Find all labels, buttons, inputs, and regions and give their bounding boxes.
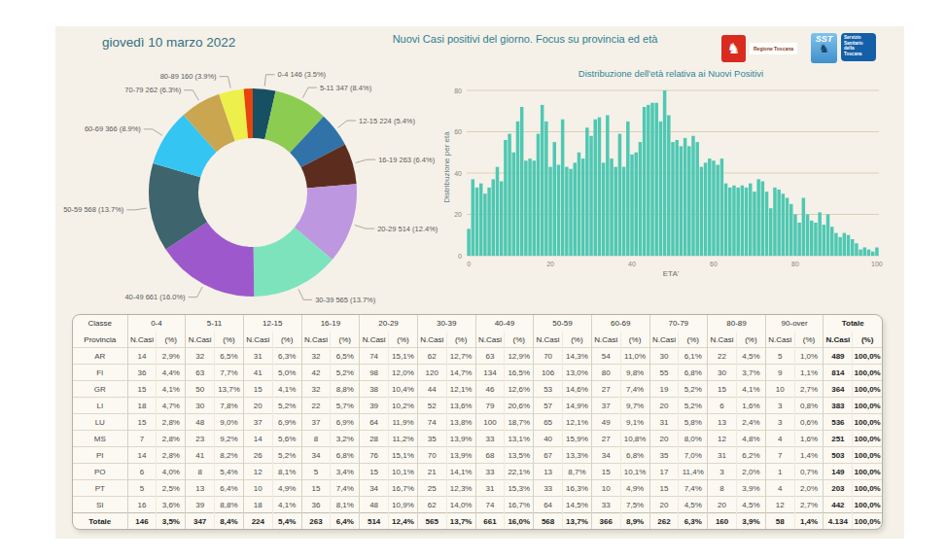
histogram-bar-age-13[interactable] [520,107,524,256]
histogram-bar-age-51[interactable] [675,140,679,256]
column-group-50-59[interactable]: 50-59 [534,315,592,332]
histogram-bar-age-98[interactable] [867,250,871,256]
histogram-bar-age-83[interactable] [806,215,810,257]
histogram-bar-age-58[interactable] [704,162,708,256]
column-group-40-49[interactable]: 40-49 [475,315,534,332]
histogram-bar-age-100[interactable] [875,248,879,257]
column-group-5-11[interactable]: 5-11 [186,315,244,332]
histogram-bar-age-34[interactable] [606,116,610,257]
histogram-bar-age-5[interactable] [487,188,491,256]
histogram-bar-age-52[interactable] [680,146,684,256]
table-row-SI[interactable]: SI163,6%398,8%184,1%368,1%4810,9%6214,0%… [73,497,882,513]
table-row-Totale[interactable]: Totale1463,5%3478,4%2245,4%2636,4%51412,… [73,513,882,530]
table-row-PO[interactable]: PO64,0%85,4%128,1%53,4%1510,1%2114,1%332… [73,464,882,480]
table-row-PI[interactable]: PI142,8%418,2%265,2%346,8%7615,1%7013,9%… [73,447,882,464]
histogram-bar-age-95[interactable] [855,243,859,256]
column-group-90-over[interactable]: 90-over [765,315,824,332]
column-group-0-4[interactable]: 0-4 [127,315,186,332]
histogram-bar-age-89[interactable] [830,227,834,256]
histogram-bar-age-80[interactable] [793,215,797,257]
histogram-bar-age-74[interactable] [769,208,773,256]
histogram-bar-age-81[interactable] [797,223,801,256]
histogram-bar-age-82[interactable] [802,198,806,257]
histogram-bar-age-0[interactable] [467,228,471,256]
histogram-bar-age-71[interactable] [756,179,760,256]
histogram-bar-age-87[interactable] [823,225,826,256]
histogram-bar-age-28[interactable] [581,158,585,256]
table-row-MS[interactable]: MS72,8%239,2%145,6%83,2%2811,2%3513,9%33… [73,431,882,447]
histogram-bar-age-68[interactable] [745,188,749,256]
histogram-bar-age-6[interactable] [492,179,496,256]
histogram-bar-age-17[interactable] [537,134,541,256]
histogram-bar-age-75[interactable] [773,188,777,256]
histogram-bar-age-53[interactable] [684,138,687,256]
histogram-bar-age-90[interactable] [834,233,838,256]
histogram-bar-age-18[interactable] [541,105,544,256]
histogram-bar-age-46[interactable] [654,103,658,256]
histogram-bar-age-57[interactable] [700,167,704,256]
table-row-PT[interactable]: PT52,5%136,4%104,9%157,4%3416,7%2512,3%3… [73,480,882,497]
histogram-bar-age-26[interactable] [574,162,578,256]
table-row-GR[interactable]: GR154,1%5013,7%154,1%328,8%3810,4%4412,1… [73,381,882,398]
histogram-bar-age-54[interactable] [687,146,691,256]
histogram-bar-age-22[interactable] [557,165,561,257]
histogram-bar-age-56[interactable] [695,142,699,256]
histogram-bar-age-99[interactable] [871,252,875,256]
histogram-bar-age-42[interactable] [639,142,643,256]
histogram-bar-age-55[interactable] [691,136,695,256]
histogram-bar-age-30[interactable] [589,136,593,256]
histogram-bar-age-31[interactable] [593,120,597,256]
histogram-bar-age-91[interactable] [838,237,842,256]
histogram-bar-age-67[interactable] [741,186,745,256]
histogram-bar-age-32[interactable] [598,118,602,256]
histogram-bar-age-69[interactable] [749,184,753,256]
histogram-bar-age-79[interactable] [789,204,793,256]
histogram-bar-age-93[interactable] [847,235,851,256]
histogram-bar-age-33[interactable] [602,162,606,256]
histogram-bar-age-38[interactable] [622,167,626,256]
column-group-60-69[interactable]: 60-69 [591,315,649,332]
histogram-bar-age-11[interactable] [512,153,516,256]
column-group-70-79[interactable]: 70-79 [649,315,708,332]
histogram-bar-age-85[interactable] [814,223,818,256]
histogram-bar-age-62[interactable] [720,158,724,256]
histogram-bar-age-41[interactable] [634,153,638,256]
histogram-bar-age-70[interactable] [753,192,756,256]
donut-chart-age-distribution[interactable]: 0-4 146 (3.5%)5-11 347 (8.4%)12-15 224 (… [44,52,472,333]
histogram-bar-age-73[interactable] [765,192,769,256]
column-group-16-19[interactable]: 16-19 [301,315,360,332]
histogram-bar-age-37[interactable] [618,134,622,256]
histogram-bar-age-63[interactable] [724,184,728,256]
histogram-bar-age-44[interactable] [647,105,650,256]
histogram-bar-age-96[interactable] [859,250,862,256]
histogram-bar-age-29[interactable] [585,127,589,256]
histogram-bar-age-19[interactable] [544,122,548,256]
column-group-80-89[interactable]: 80-89 [708,315,766,332]
age-histogram-chart[interactable]: 020406080020406080100 [439,58,896,284]
histogram-bar-age-66[interactable] [736,188,740,256]
column-group-30-39[interactable]: 30-39 [417,315,475,332]
histogram-bar-age-35[interactable] [610,158,614,256]
histogram-bar-age-39[interactable] [626,122,630,256]
histogram-bar-age-88[interactable] [826,215,830,257]
histogram-bar-age-50[interactable] [671,142,675,256]
histogram-bar-age-47[interactable] [659,122,663,256]
column-group-Totale[interactable]: Totale [824,315,882,332]
histogram-bar-age-61[interactable] [716,165,719,257]
table-row-AR[interactable]: AR142,9%326,5%316,3%326,5%7415,1%6212,7%… [73,348,882,365]
table-row-LI[interactable]: LI184,7%307,8%205,2%225,7%3910,2%5213,6%… [73,398,882,414]
table-row-FI[interactable]: FI364,4%637,7%415,0%425,2%9812,0%12014,7… [73,365,882,381]
histogram-bar-age-2[interactable] [475,188,479,256]
histogram-bar-age-59[interactable] [708,158,712,256]
histogram-bar-age-84[interactable] [810,221,814,256]
histogram-bar-age-78[interactable] [786,198,789,257]
histogram-bar-age-20[interactable] [548,167,552,256]
histogram-bar-age-77[interactable] [782,193,786,256]
histogram-bar-age-27[interactable] [578,153,581,256]
histogram-bar-age-15[interactable] [528,158,532,256]
histogram-bar-age-8[interactable] [500,182,504,257]
histogram-bar-age-7[interactable] [496,167,500,256]
histogram-bar-age-23[interactable] [561,120,565,256]
table-row-LU[interactable]: LU152,8%489,0%376,9%376,9%6411,9%7413,8%… [73,414,882,431]
histogram-bar-age-72[interactable] [761,182,765,257]
